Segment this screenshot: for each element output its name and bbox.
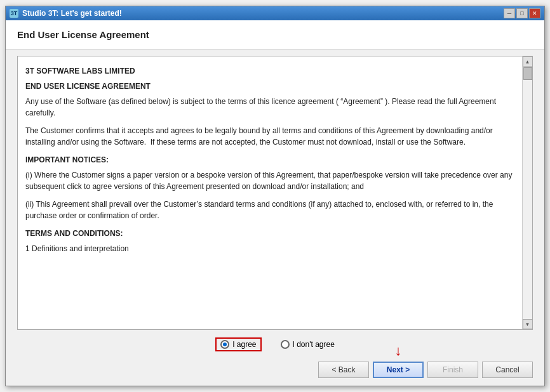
maximize-button[interactable]: □ <box>516 8 528 18</box>
title-bar-controls: ─ □ ✕ <box>504 8 540 18</box>
license-box: 3T SOFTWARE LABS LIMITED END USER LICENS… <box>17 56 533 330</box>
scrollbar-track: ▲ ▼ <box>522 56 532 329</box>
next-arrow-container: ↓ Next > <box>373 362 424 378</box>
license-paragraph2: The Customer confirms that it accepts an… <box>25 125 514 148</box>
main-content: 3T SOFTWARE LABS LIMITED END USER LICENS… <box>6 49 544 386</box>
scroll-up-arrow[interactable]: ▲ <box>523 56 533 67</box>
button-bar: < Back ↓ Next > Finish Cancel <box>17 356 533 386</box>
disagree-radio-outer <box>281 340 290 349</box>
terms-title: TERMS AND CONDITIONS: <box>25 228 514 239</box>
radio-section: I agree I don't agree <box>17 330 533 356</box>
agree-radio-outer <box>220 340 229 349</box>
license-paragraph1: Any use of the Software (as defined belo… <box>25 96 514 119</box>
scrollbar-thumb[interactable] <box>523 67 532 80</box>
important-notices-title: IMPORTANT NOTICES: <box>25 154 514 166</box>
back-button[interactable]: < Back <box>318 362 369 378</box>
license-notice2: (ii) This Agreement shall prevail over t… <box>25 199 514 221</box>
app-icon: 3T <box>10 9 18 18</box>
window-title: Studio 3T: Let's get started! <box>22 9 122 18</box>
scroll-down-arrow[interactable]: ▼ <box>523 319 533 329</box>
agree-radio-inner <box>223 343 227 346</box>
red-arrow-icon: ↓ <box>395 344 402 358</box>
agree-label: I agree <box>232 340 256 349</box>
agree-option[interactable]: I agree <box>215 337 261 351</box>
minimize-button[interactable]: ─ <box>504 8 515 18</box>
license-notice1: (i) Where the Customer signs a paper ver… <box>25 169 514 192</box>
disagree-option[interactable]: I don't agree <box>281 340 335 349</box>
license-section1: 1 Definitions and interpretation <box>25 243 514 254</box>
finish-button[interactable]: Finish <box>427 362 478 378</box>
close-button[interactable]: ✕ <box>529 8 540 18</box>
page-header: End User License Agreement <box>6 20 544 49</box>
disagree-label: I don't agree <box>293 340 335 349</box>
main-window: 3T Studio 3T: Let's get started! ─ □ ✕ E… <box>5 6 545 386</box>
company-name: 3T SOFTWARE LABS LIMITED <box>25 65 514 77</box>
page-title: End User License Agreement <box>17 29 533 40</box>
next-button[interactable]: Next > <box>373 362 424 378</box>
cancel-button[interactable]: Cancel <box>482 362 533 378</box>
license-text-area[interactable]: 3T SOFTWARE LABS LIMITED END USER LICENS… <box>18 56 522 329</box>
title-bar-left: 3T Studio 3T: Let's get started! <box>10 9 122 18</box>
agreement-title: END USER LICENSE AGREEMENT <box>25 81 514 92</box>
title-bar: 3T Studio 3T: Let's get started! ─ □ ✕ <box>6 6 544 20</box>
